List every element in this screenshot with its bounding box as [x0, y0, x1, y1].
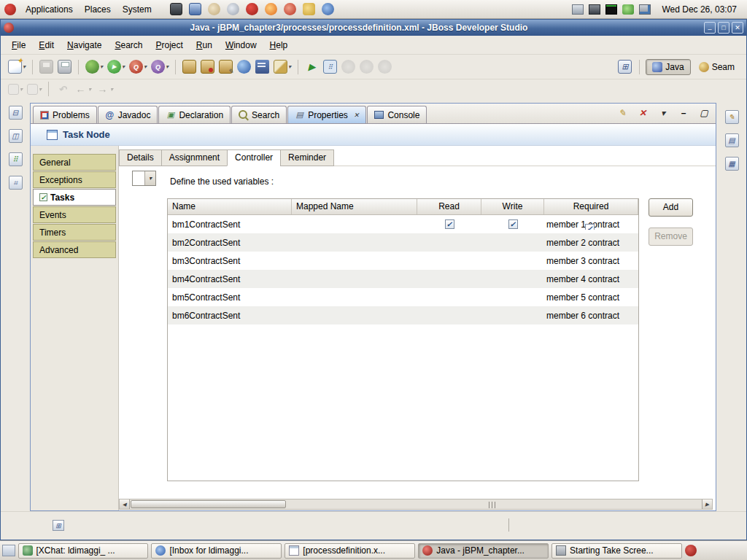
- menu-search[interactable]: Search: [108, 37, 149, 53]
- column-header-mapped-name[interactable]: Mapped Name: [292, 199, 417, 214]
- remove-button[interactable]: Remove: [649, 228, 693, 246]
- suspend-button[interactable]: [340, 58, 357, 75]
- back-button[interactable]: ▾: [72, 81, 93, 98]
- menu-navigate[interactable]: Navigate: [61, 37, 108, 53]
- terminal-launcher-icon[interactable]: [170, 3, 182, 15]
- package-explorer-icon[interactable]: [9, 152, 23, 166]
- last-edit-button[interactable]: [54, 81, 71, 98]
- cdrom-launcher-icon[interactable]: [208, 3, 220, 15]
- prev-annotation-button[interactable]: ▾: [26, 82, 43, 96]
- workflow-button[interactable]: [322, 58, 338, 75]
- horizontal-scrollbar[interactable]: ◀ ▶: [119, 499, 713, 510]
- menu-window[interactable]: Window: [219, 37, 263, 53]
- maximize-window-button[interactable]: [718, 22, 729, 34]
- write-checkbox[interactable]: [508, 219, 518, 229]
- sidebar-item-advanced[interactable]: Advanced: [33, 241, 116, 258]
- sidebar-item-timers[interactable]: Timers: [33, 224, 116, 241]
- splitter-grip[interactable]: [489, 502, 498, 508]
- open-type-button[interactable]: [254, 58, 271, 75]
- rhn-launcher-icon[interactable]: [284, 3, 296, 15]
- titlebar[interactable]: Java - jBPM_chapter3/processes/processde…: [1, 20, 746, 36]
- step-button[interactable]: [376, 58, 393, 75]
- save-button[interactable]: [38, 58, 55, 75]
- detail-tab-controller[interactable]: Controller: [227, 149, 280, 166]
- red-tray-icon[interactable]: [685, 545, 697, 556]
- profile-button[interactable]: ▾: [150, 58, 170, 75]
- column-header-required[interactable]: Required: [544, 199, 638, 214]
- new-wizard-button[interactable]: ▾: [7, 58, 27, 75]
- table-row[interactable]: bm4ContractSent member 4 contract: [168, 270, 638, 288]
- sidebar-item-events[interactable]: Events: [33, 206, 116, 223]
- detail-tab-reminder[interactable]: Reminder: [280, 149, 334, 166]
- required-checkbox[interactable]: [585, 224, 595, 230]
- maximize-view-icon[interactable]: [698, 107, 710, 119]
- menu-project[interactable]: Project: [149, 37, 189, 53]
- forward-button[interactable]: ▾: [94, 81, 115, 98]
- applications-menu[interactable]: Applications: [20, 2, 78, 17]
- places-menu[interactable]: Places: [80, 2, 116, 17]
- resume-button[interactable]: [303, 58, 320, 75]
- tab-search[interactable]: Search: [231, 106, 287, 123]
- debug-button[interactable]: ▾: [84, 58, 104, 75]
- read-checkbox[interactable]: [445, 219, 454, 229]
- perspective-seam-button[interactable]: Seam: [693, 60, 740, 74]
- column-header-write[interactable]: Write: [481, 199, 544, 214]
- next-annotation-button[interactable]: ▾: [7, 82, 24, 96]
- edit-jar-button[interactable]: [217, 58, 234, 75]
- outline-icon[interactable]: [725, 133, 739, 147]
- close-tab-icon[interactable]: [354, 112, 360, 119]
- menu-run[interactable]: Run: [190, 37, 219, 53]
- redhat-menu-icon[interactable]: [4, 4, 16, 15]
- system-monitor-tray-icon[interactable]: [639, 4, 651, 15]
- terminate-button[interactable]: [358, 58, 375, 75]
- editor-shortcut-icon[interactable]: [9, 129, 23, 143]
- tab-properties[interactable]: Properties: [287, 106, 366, 123]
- run-button[interactable]: ▾: [106, 58, 126, 75]
- tab-console[interactable]: Console: [367, 106, 427, 123]
- column-header-name[interactable]: Name: [168, 199, 292, 214]
- detail-tab-details[interactable]: Details: [119, 149, 161, 166]
- menu-file[interactable]: File: [5, 37, 32, 53]
- edit-page-icon[interactable]: [725, 110, 739, 124]
- terminal-tray-icon[interactable]: [589, 4, 600, 15]
- column-header-read[interactable]: Read: [417, 199, 481, 214]
- perspective-java-button[interactable]: Java: [646, 59, 690, 75]
- sidebar-item-tasks[interactable]: Tasks: [33, 189, 116, 206]
- signature-button[interactable]: ▾: [272, 58, 293, 75]
- taskbar-button-processdefinition[interactable]: [processdefinition.x...: [285, 543, 415, 559]
- table-row[interactable]: bm6ContractSent member 6 contract: [168, 306, 638, 324]
- tab-problems[interactable]: Problems: [33, 106, 97, 123]
- power-tray-icon[interactable]: [622, 4, 634, 15]
- palette-icon[interactable]: [725, 157, 739, 171]
- table-row[interactable]: bm3ContractSent member 3 contract: [168, 252, 638, 270]
- coverage-button[interactable]: ▾: [128, 58, 148, 75]
- menu-help[interactable]: Help: [263, 37, 295, 53]
- disc-launcher-icon[interactable]: [227, 3, 239, 15]
- firefox-launcher-icon[interactable]: [265, 3, 277, 15]
- taskbar-button-screenshot[interactable]: Starting Take Scree...: [551, 543, 682, 559]
- pin-editor-icon[interactable]: [616, 107, 628, 119]
- print-button[interactable]: [56, 58, 73, 75]
- close-window-button[interactable]: [732, 22, 743, 34]
- help-launcher-icon[interactable]: [322, 3, 334, 15]
- sidebar-item-exceptions[interactable]: Exceptions: [33, 171, 116, 188]
- taskbar-button-jboss-studio[interactable]: Java - jBPM_chapter...: [418, 543, 549, 559]
- sidebar-item-general[interactable]: General: [33, 154, 116, 171]
- minimize-window-button[interactable]: [704, 22, 716, 34]
- menu-edit[interactable]: Edit: [32, 37, 61, 53]
- chevron-down-icon[interactable]: [144, 171, 155, 185]
- show-desktop-icon[interactable]: [2, 545, 15, 556]
- fastview-docking-icon[interactable]: [53, 520, 64, 531]
- view-menu-icon[interactable]: [657, 107, 669, 119]
- detail-tab-assignment[interactable]: Assignmnent: [161, 149, 227, 166]
- messenger-launcher-icon[interactable]: [303, 3, 315, 15]
- computer-launcher-icon[interactable]: [189, 3, 201, 15]
- clock[interactable]: Wed Dec 26, 03:07: [656, 4, 743, 15]
- scrollbar-thumb[interactable]: [131, 500, 286, 508]
- tab-declaration[interactable]: Declaration: [158, 106, 231, 123]
- restore-view-icon[interactable]: [9, 106, 23, 120]
- new-jar-button[interactable]: [181, 58, 198, 75]
- taskbar-button-xchat[interactable]: [XChat: ldimaggi_ ...: [18, 543, 149, 559]
- variable-combo[interactable]: [132, 171, 156, 186]
- tab-javadoc[interactable]: Javadoc: [98, 106, 158, 123]
